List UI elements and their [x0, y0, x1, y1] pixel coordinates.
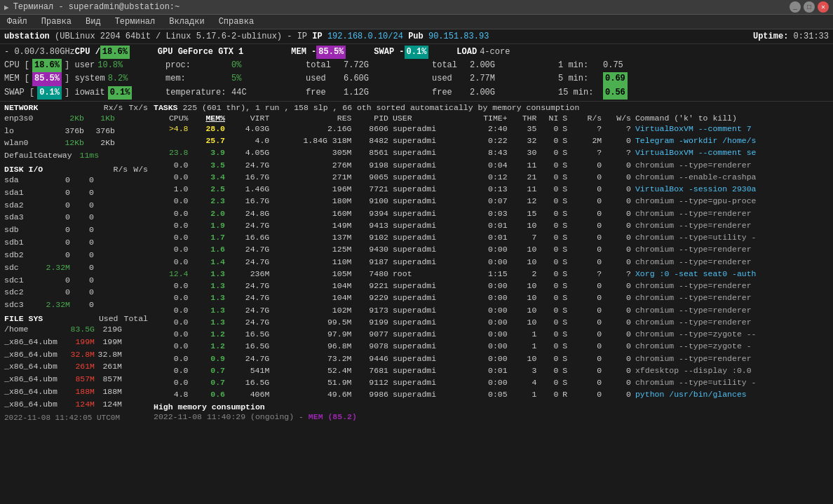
cell-user: superadmi: [391, 159, 465, 171]
cell-mem: 1.3: [191, 304, 228, 316]
load-row-2: 5 min: 0.69: [558, 72, 628, 86]
mem-row-3: free 1.12G: [306, 86, 425, 100]
cell-thr: 12: [510, 195, 539, 207]
cell-time: 0:00: [465, 316, 509, 328]
mem-val-badge: 85.5%: [32, 72, 62, 86]
mem-main-label: MEM -: [291, 46, 316, 59]
cell-pid: 7480: [353, 268, 391, 280]
swap-row-1: total 2.00G: [432, 59, 551, 72]
ip-address: 192.168.0.10/24: [327, 32, 403, 41]
cell-s: S: [560, 231, 574, 243]
gpu-sub: proc: 0% mem: 5% temperature: 44C: [144, 59, 299, 100]
mem-total: 7.72G: [344, 59, 369, 72]
cell-rs: 0: [575, 316, 604, 328]
menu-file[interactable]: Файл: [4, 16, 30, 27]
cell-thr: 10: [510, 256, 539, 268]
cell-cpu: 0.0: [154, 365, 191, 376]
cell-s: S: [560, 135, 574, 147]
menu-edit[interactable]: Правка: [39, 16, 74, 27]
cell-thr: 7: [510, 231, 539, 243]
menu-terminal[interactable]: Терминал: [112, 16, 158, 27]
cell-time: 0:00: [465, 243, 509, 255]
minimize-button[interactable]: _: [790, 1, 801, 13]
swap-pct-badge: 0.1%: [405, 46, 429, 59]
cell-pid: 8561: [353, 147, 391, 158]
cell-ws: 0: [604, 328, 633, 340]
uptime-label: Uptime:: [753, 32, 788, 41]
menu-view[interactable]: Вид: [83, 16, 104, 27]
load-sub: 1 min: 0.75 5 min: 0.69 15 min: 0.56: [551, 59, 628, 100]
cell-time: 0:22: [465, 135, 509, 147]
cell-ws: ?: [604, 147, 633, 158]
cell-rs: 0: [575, 365, 604, 376]
cell-cmd: VirtualBox -session 2930a: [633, 183, 829, 195]
cell-virt: 24.7G: [227, 304, 271, 316]
cell-time: 0:00: [465, 376, 509, 388]
table-row: 0.0 1.3 24.7G 99.5M 9199 superadmi 0:00 …: [154, 316, 829, 328]
menu-help[interactable]: Справка: [216, 16, 257, 27]
tx-1: 376b: [87, 125, 115, 137]
proc-table-body: >4.8 28.0 4.03G 2.16G 8606 superadmi 2:4…: [154, 123, 829, 401]
cell-thr: 4: [510, 376, 539, 388]
maximize-button[interactable]: □: [804, 1, 815, 13]
swap-main-label: SWAP -: [374, 46, 404, 59]
load-row-1: 1 min: 0.75: [558, 59, 628, 72]
cell-mem: 0.6: [191, 388, 228, 400]
cpu-row-1: CPU [ 18.6% ] user 10.8%: [4, 59, 144, 72]
cell-ni: 0: [539, 340, 560, 352]
cell-cpu: 4.8: [154, 388, 191, 400]
cell-virt: 406M: [227, 388, 271, 400]
cell-cpu: 1.0: [154, 183, 191, 195]
cell-ni: 0: [539, 316, 560, 328]
network-txs: Tx/s: [128, 103, 148, 112]
cell-s: S: [560, 207, 574, 219]
fs-used-col: Used: [99, 314, 118, 323]
load-15: 0.56: [603, 86, 628, 100]
cell-virt: 16.7G: [227, 195, 271, 207]
cell-cmd: VirtualBoxVM --comment 7: [633, 123, 829, 135]
stats-detail-rows: CPU [ 18.6% ] user 10.8% MEM [ 85.5% ] s…: [4, 59, 829, 100]
table-row: 0.0 1.9 24.7G 149M 9413 superadmi 0:01 1…: [154, 219, 829, 231]
table-row: 0.0 2.3 16.7G 180M 9100 superadmi 0:07 1…: [154, 195, 829, 207]
cell-thr: 11: [510, 183, 539, 195]
cell-ni: 0: [539, 256, 560, 268]
cell-cmd: xfdesktop --display :0.0: [633, 365, 829, 376]
swap-row-3: free 2.00G: [432, 86, 551, 100]
cpu-row-3: SWAP [ 0.1% ] iowait 0.1%: [4, 86, 144, 100]
fs-row-0: /home 83.5G 219G: [4, 323, 148, 336]
network-header: NETWORK Rx/s Tx/s: [4, 103, 148, 112]
cell-res: 49.6M: [271, 388, 353, 400]
close-button[interactable]: ✕: [818, 1, 829, 13]
col-cmd: Command ('k' to kill): [633, 114, 829, 123]
cell-cpu: 0.0: [154, 353, 191, 365]
net-row-3: DefaultGateway 11ms: [4, 149, 148, 162]
mem-free: 1.12G: [344, 86, 369, 100]
table-row: 0.0 1.2 16.5G 97.9M 9077 superadmi 0:00 …: [154, 328, 829, 340]
cell-mem: 1.2: [191, 328, 228, 340]
menu-tabs[interactable]: Вкладки: [166, 16, 207, 27]
right-panel: TASKS 225 (601 thr), 1 run , 158 slp , 6…: [148, 103, 829, 422]
load-row-3: 15 min: 0.56: [558, 86, 628, 100]
cell-ni: 0: [539, 243, 560, 255]
cell-pid: 7721: [353, 183, 391, 195]
cell-time: 0:07: [465, 195, 509, 207]
cell-ni: 0: [539, 195, 560, 207]
cell-virt: 24.7G: [227, 256, 271, 268]
table-row: 0.0 2.0 24.8G 160M 9394 superadmi 0:03 1…: [154, 207, 829, 219]
dev-0: sda: [4, 174, 39, 186]
tasks-count: 225: [182, 103, 197, 112]
tx-0: 1Kb: [87, 112, 115, 125]
cell-virt: 24.7G: [227, 159, 271, 171]
cell-ni: 0: [539, 304, 560, 316]
cell-res: 1.84G 318M: [271, 135, 353, 147]
cell-time: 0:00: [465, 328, 509, 340]
process-table: CPU% MEM% VIRT RES PID USER TIME+ THR NI…: [154, 114, 829, 401]
disk-header: DISK I/O R/s W/s: [4, 165, 148, 174]
cell-time: 0:12: [465, 171, 509, 183]
cell-thr: 21: [510, 171, 539, 183]
cell-res: 196M: [271, 183, 353, 195]
cell-pid: 9199: [353, 316, 391, 328]
table-row: 0.0 0.7 541M 52.4M 7681 superadmi 0:01 3…: [154, 365, 829, 376]
disk-row-7: sdc 2.32M 0: [4, 261, 148, 274]
cell-time: 0:00: [465, 292, 509, 304]
